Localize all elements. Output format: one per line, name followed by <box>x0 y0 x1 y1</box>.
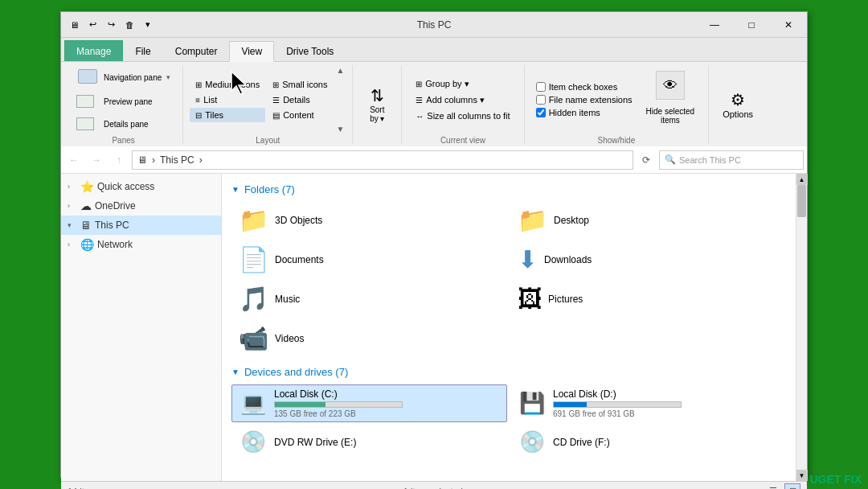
drive-c-name: Local Disk (C:) <box>274 388 500 400</box>
preview-icon-visual <box>76 95 94 108</box>
nav-pane-icon <box>76 69 99 85</box>
show-hide-content: Item check boxes File name extensions Hi… <box>531 65 702 134</box>
folder-documents[interactable]: 📄 Documents <box>231 241 507 277</box>
folder-desktop-icon: 📁 <box>518 206 547 234</box>
file-name-extensions-checkbox[interactable]: File name extensions <box>536 94 633 105</box>
folder-desktop[interactable]: 📁 Desktop <box>510 202 786 238</box>
nav-item-network[interactable]: › 🌐 Network <box>61 235 221 254</box>
layout-scroll-down[interactable]: ▼ <box>334 124 346 134</box>
back-btn[interactable]: ← <box>64 150 84 170</box>
close-button[interactable]: ✕ <box>770 12 807 38</box>
item-check-boxes-checkbox[interactable]: Item check boxes <box>536 81 633 92</box>
sort-label: Sort by ▾ <box>370 105 384 123</box>
scroll-up-btn[interactable]: ▲ <box>796 174 808 185</box>
details-btn[interactable]: ☰ Details <box>267 92 333 107</box>
tab-view[interactable]: View <box>229 41 274 62</box>
small-icons-label: Small icons <box>282 80 327 89</box>
drive-e-name: DVD RW Drive (E:) <box>274 437 500 448</box>
folder-pictures[interactable]: 🖼 Pictures <box>510 281 786 317</box>
nav-item-onedrive[interactable]: › ☁ OneDrive <box>61 196 221 216</box>
list-btn[interactable]: ≡ List <box>190 92 265 107</box>
tab-file[interactable]: File <box>123 40 162 61</box>
options-btn[interactable]: ⚙ Options <box>715 84 760 125</box>
scroll-track <box>796 185 807 470</box>
tab-drive-tools[interactable]: Drive Tools <box>274 40 346 61</box>
folder-documents-icon: 📄 <box>239 245 268 273</box>
sort-by-btn[interactable]: ⇅ Sort by ▾ <box>359 80 395 129</box>
nav-item-quick-access[interactable]: › ⭐ Quick access <box>61 177 221 196</box>
size-all-icon: ↔ <box>416 112 424 121</box>
group-by-btn[interactable]: ⊞ Group by ▾ <box>411 76 514 92</box>
tab-manage[interactable]: Manage <box>64 40 123 61</box>
qat-dropdown[interactable]: ▾ <box>140 17 156 33</box>
scroll-down-btn[interactable]: ▼ <box>796 470 808 481</box>
hide-selected-section: 👁 Hide selected items <box>639 71 702 129</box>
folder-videos-label: Videos <box>275 333 304 344</box>
detail-view-btn[interactable]: ☰ <box>765 483 781 490</box>
address-path[interactable]: 🖥 › This PC › <box>132 150 633 170</box>
drive-c-fill <box>275 402 326 407</box>
navigation-pane-btn[interactable]: Navigation pane ▾ <box>71 65 176 89</box>
nav-item-this-pc[interactable]: ▾ 🖥 This PC <box>61 216 221 235</box>
scrollbar[interactable]: ▲ ▼ <box>796 174 807 481</box>
nav-pane-dropdown[interactable]: ▾ <box>166 73 170 81</box>
show-hide-checkboxes: Item check boxes File name extensions Hi… <box>531 78 637 121</box>
drive-c-free: 135 GB free of 223 GB <box>274 409 500 418</box>
qat-delete[interactable]: 🗑 <box>121 17 137 33</box>
folders-section-label: Folders (7) <box>244 183 295 195</box>
medium-icons-btn[interactable]: ⊞ Medium icons <box>190 77 265 92</box>
scroll-thumb[interactable] <box>797 185 806 217</box>
folder-desktop-label: Desktop <box>554 215 589 226</box>
folders-arrow[interactable]: ▼ <box>231 185 240 194</box>
small-icons-btn[interactable]: ⊞ Small icons <box>267 77 333 92</box>
refresh-btn[interactable]: ⟳ <box>637 150 656 170</box>
drives-arrow[interactable]: ▼ <box>231 368 240 376</box>
maximize-button[interactable]: □ <box>733 12 770 38</box>
medium-icons-icon: ⊞ <box>195 80 202 89</box>
search-box[interactable]: 🔍 Search This PC <box>659 150 804 170</box>
sort-group-content: ⇅ Sort by ▾ <box>359 65 395 143</box>
drive-e[interactable]: 💿 DVD RW Drive (E:) <box>231 425 507 458</box>
content-btn[interactable]: ▤ Content <box>267 108 333 122</box>
network-icon: 🌐 <box>80 238 94 251</box>
details-pane-btn[interactable]: Details pane <box>71 113 176 134</box>
preview-pane-btn[interactable]: Preview pane <box>71 91 176 112</box>
show-hide-label: Show/hide <box>531 136 702 145</box>
folder-music[interactable]: 🎵 Music <box>231 281 507 317</box>
tiles-label: Tiles <box>205 110 223 120</box>
drive-f-name: CD Drive (F:) <box>553 437 779 448</box>
qat-redo[interactable]: ↪ <box>103 17 119 33</box>
hide-selected-icon: 👁 <box>663 77 678 94</box>
path-label: This PC <box>160 154 194 166</box>
drive-c[interactable]: 💻 Local Disk (C:) 135 GB free of 223 GB <box>231 384 507 422</box>
tiles-btn[interactable]: ⊟ Tiles <box>190 108 265 122</box>
hidden-items-checkbox[interactable]: Hidden items <box>536 107 633 118</box>
tiles-icon: ⊟ <box>195 111 202 120</box>
selected-count: 1 item selected <box>403 487 463 490</box>
folder-downloads[interactable]: ⬇ Downloads <box>510 241 786 277</box>
onedrive-expand: › <box>68 202 77 210</box>
item-check-boxes-input[interactable] <box>536 82 546 92</box>
options-icon: ⚙ <box>731 90 745 109</box>
up-btn[interactable]: ↑ <box>109 150 129 170</box>
folder-3d-objects[interactable]: 📁 3D Objects <box>231 202 507 238</box>
layout-scroll-up[interactable]: ▲ <box>334 65 346 76</box>
size-all-btn[interactable]: ↔ Size all columns to fit <box>411 109 514 123</box>
drive-d[interactable]: 💾 Local Disk (D:) 691 GB free of 931 GB <box>510 384 786 422</box>
hide-selected-icon-area: 👁 <box>656 71 685 100</box>
folders-section-header: ▼ Folders (7) <box>231 183 786 195</box>
layout-group: ⊞ Medium icons ≡ List ⊟ Tiles ⊞ <box>183 65 353 145</box>
folder-videos[interactable]: 📹 Videos <box>231 320 507 356</box>
address-bar: ← → ↑ 🖥 › This PC › ⟳ 🔍 Search This PC <box>61 146 807 174</box>
forward-btn[interactable]: → <box>87 150 106 170</box>
drive-f[interactable]: 💿 CD Drive (F:) <box>510 425 786 458</box>
folder-3d-icon: 📁 <box>239 206 268 234</box>
qat-undo[interactable]: ↩ <box>84 17 100 33</box>
tile-view-btn[interactable]: ⊞ <box>784 483 800 490</box>
add-columns-btn[interactable]: ☰ Add columns ▾ <box>411 92 514 108</box>
hide-selected-btn[interactable]: Hide selected items <box>639 103 702 129</box>
file-name-ext-input[interactable] <box>536 95 546 105</box>
tab-computer[interactable]: Computer <box>163 40 230 61</box>
minimize-button[interactable]: — <box>696 12 733 38</box>
hidden-items-input[interactable] <box>536 108 546 117</box>
